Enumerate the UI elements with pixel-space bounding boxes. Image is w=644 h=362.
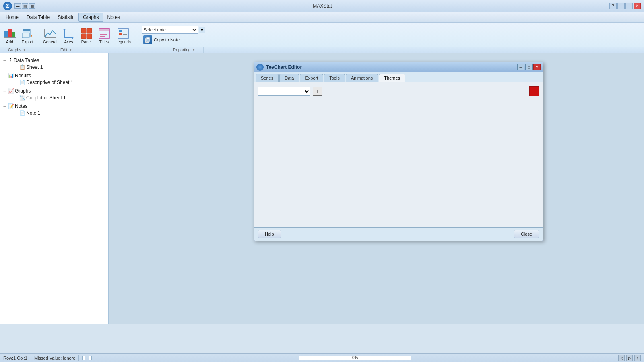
menu-notes[interactable]: Notes	[103, 13, 124, 21]
help-icon[interactable]: ?	[609, 3, 617, 9]
general-icon	[44, 27, 57, 40]
app-icon: Σ	[3, 2, 12, 10]
series-add-button[interactable]: +	[313, 87, 322, 96]
tab-themes[interactable]: Themes	[379, 74, 405, 82]
note1-label: Note 1	[26, 110, 40, 116]
tree-sheet1[interactable]: 📋 Sheet 1	[12, 64, 108, 70]
ribbon-add-button[interactable]: Add	[2, 26, 18, 45]
status-icon-2[interactable]: ▷	[626, 355, 633, 361]
tree-descriptive[interactable]: 📄 Descriptive of Sheet 1	[12, 79, 108, 86]
svg-rect-0	[4, 31, 8, 37]
ribbon-panel-button[interactable]: Panel	[78, 26, 95, 45]
dialog-titlebar: T TeeChart Editor ─ □ ✕	[254, 62, 543, 72]
statusbar: Row:1 Col:1 Missed Value: Ignore 0% ◁ ▷ …	[0, 353, 644, 362]
close-button[interactable]: ✕	[634, 3, 641, 9]
add-label: Add	[6, 40, 13, 44]
ribbon-edit-group: General Axes	[41, 24, 136, 47]
tb-btn-3[interactable]: ▦	[29, 3, 35, 9]
minimize-button[interactable]: ─	[617, 3, 625, 9]
ribbon-graphs-group: Add Export	[2, 24, 39, 47]
status-missed-value: Missed Value: Ignore	[34, 356, 76, 360]
tree-colplot[interactable]: 📉 Col plot of Sheet 1	[12, 95, 108, 101]
results-icon: 📊	[8, 73, 14, 78]
status-icon-1[interactable]: ◁	[618, 355, 625, 361]
results-toggle: ─	[2, 74, 7, 78]
svg-marker-7	[30, 35, 33, 37]
help-button[interactable]: Help	[258, 230, 281, 238]
tab-series[interactable]: Series	[256, 74, 279, 82]
ribbon-legends-button[interactable]: Legends	[114, 26, 132, 45]
tab-data[interactable]: Data	[279, 74, 299, 82]
graphs-expand-icon[interactable]: ▼	[23, 48, 26, 52]
svg-rect-26	[119, 30, 122, 32]
axes-label: Axes	[64, 40, 73, 44]
graphs-tree-icon: 📈	[8, 88, 14, 94]
reporting-expand-icon[interactable]: ▼	[192, 48, 195, 52]
panel-label: Panel	[81, 40, 92, 44]
data-tables-icon: 🗄	[8, 58, 13, 63]
dialog-toolbar: +	[258, 86, 539, 96]
tree-note1[interactable]: 📄 Note 1	[12, 110, 108, 116]
menu-home[interactable]: Home	[2, 13, 23, 21]
titlebar-left: Σ ▬ ▤ ▦	[3, 2, 35, 10]
menu-graphs[interactable]: Graphs	[78, 13, 103, 22]
dialog-title: TeeChart Editor	[266, 64, 302, 70]
content-area: T TeeChart Editor ─ □ ✕ Series Data Expo…	[109, 53, 644, 324]
edit-label-text: Edit	[60, 48, 67, 52]
status-slider-right[interactable]	[89, 356, 92, 360]
dialog-title-left: T TeeChart Editor	[256, 64, 302, 71]
tab-export[interactable]: Export	[300, 74, 323, 82]
status-sep-1	[31, 355, 31, 361]
svg-rect-27	[119, 33, 122, 35]
series-color-swatch[interactable]	[529, 86, 539, 96]
results-label: Results	[15, 73, 31, 78]
tab-animations[interactable]: Animations	[346, 74, 378, 82]
sheet1-label: Sheet 1	[26, 64, 43, 70]
ribbon-general-button[interactable]: General	[41, 26, 59, 45]
reporting-section-label: Reporting ▼	[165, 47, 204, 53]
tb-btn-2[interactable]: ▤	[22, 3, 28, 9]
tb-btn-1[interactable]: ▬	[14, 3, 21, 9]
status-slider-left[interactable]	[82, 356, 85, 360]
tree-graphs[interactable]: ─ 📈 Graphs 📉 Col plot of Sheet 1	[0, 86, 108, 102]
add-icon	[3, 27, 16, 40]
status-icon-3[interactable]: ↑	[634, 355, 641, 361]
titles-icon	[98, 27, 111, 40]
copy-to-note-button[interactable]: Copy to Note	[142, 35, 205, 45]
teechart-dialog: T TeeChart Editor ─ □ ✕ Series Data Expo…	[254, 62, 543, 241]
status-sep-2	[78, 355, 79, 361]
dialog-close-footer-button[interactable]: Close	[514, 230, 539, 238]
graphs-section-label: Graphs ▼	[0, 47, 52, 53]
series-select[interactable]	[258, 87, 310, 96]
ribbon-titles-button[interactable]: Titles	[96, 26, 112, 45]
ribbon-section-labels: Graphs ▼ Edit ▼ Reporting ▼	[0, 47, 644, 53]
svg-rect-19	[87, 34, 92, 39]
svg-rect-16	[81, 28, 86, 33]
data-tables-toggle: ─	[2, 58, 7, 63]
data-tables-label: Data Tables	[14, 58, 39, 63]
ribbon-axes-button[interactable]: Axes	[61, 26, 77, 45]
dialog-close-button[interactable]: ✕	[533, 64, 541, 70]
export-label: Export	[22, 40, 33, 44]
descriptive-label: Descriptive of Sheet 1	[26, 80, 73, 85]
svg-rect-17	[87, 28, 92, 33]
tree-notes[interactable]: ─ 📝 Notes 📄 Note 1	[0, 102, 108, 117]
dialog-minimize-button[interactable]: ─	[517, 64, 524, 70]
note-select[interactable]: Select note...	[142, 26, 198, 34]
menu-statistic[interactable]: Statistic	[54, 13, 78, 21]
titlebar-buttons: ▬ ▤ ▦	[14, 3, 35, 9]
tree-data-tables[interactable]: ─ 🗄 Data Tables 📋 Sheet 1	[0, 56, 108, 71]
ribbon-export-button[interactable]: Export	[19, 26, 35, 45]
dialog-restore-button[interactable]: □	[525, 64, 533, 70]
status-progress-area: 0%	[95, 356, 615, 360]
axes-icon	[62, 27, 75, 40]
ribbon-reporting-group: Select note... ▼ Copy to Note	[138, 24, 208, 47]
general-label: General	[43, 40, 58, 44]
edit-expand-icon[interactable]: ▼	[69, 48, 72, 52]
tab-tools[interactable]: Tools	[324, 74, 345, 82]
colplot-label: Col plot of Sheet 1	[26, 95, 66, 101]
tree-results[interactable]: ─ 📊 Results 📄 Descriptive of Sheet 1	[0, 71, 108, 86]
restore-button[interactable]: □	[625, 3, 633, 9]
note-select-arrow[interactable]: ▼	[199, 27, 205, 33]
menu-datatable[interactable]: Data Table	[23, 13, 54, 21]
